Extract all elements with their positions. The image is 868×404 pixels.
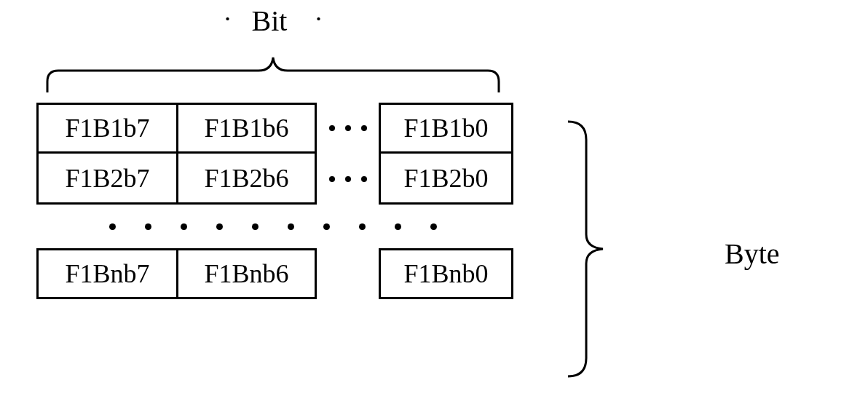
ellipsis-horizontal [317, 248, 379, 299]
ellipsis-horizontal [317, 154, 379, 205]
cell-r1c1: F1B1b7 [36, 103, 178, 154]
top-brace [40, 41, 506, 96]
cell-rNc2: F1Bnb6 [178, 248, 317, 299]
cell-r2c1: F1B2b7 [36, 154, 178, 205]
table-row: F1B2b7 F1B2b6 F1B2b0 [36, 154, 513, 205]
cell-rNc3: F1Bnb0 [379, 248, 513, 299]
ellipsis-horizontal [317, 103, 379, 154]
cell-r2c3: F1B2b0 [379, 154, 513, 205]
table-area: F1B1b7 F1B1b6 F1B1b0 F1B2b7 F1B2b6 F1B2b… [36, 103, 513, 299]
mid-dot-left: · [224, 4, 231, 34]
byte-label: Byte [725, 237, 780, 271]
bit-label: Bit [44, 4, 495, 38]
cell-r1c2: F1B1b6 [178, 103, 317, 154]
cell-r2c2: F1B2b6 [178, 154, 317, 205]
mid-dot-right: · [315, 4, 322, 34]
table-row: F1Bnb7 F1Bnb6 F1Bnb0 [36, 248, 513, 299]
diagram-container: · Bit · F1B1b7 F1B1b6 F1B1b0 F1B2b7 F1B2… [36, 4, 513, 299]
table-row: F1B1b7 F1B1b6 F1B1b0 [36, 103, 513, 154]
right-brace [561, 118, 634, 380]
ellipsis-vertical [36, 205, 502, 248]
cell-r1c3: F1B1b0 [379, 103, 513, 154]
bit-label-wrapper: · Bit · [36, 4, 513, 38]
cell-rNc1: F1Bnb7 [36, 248, 178, 299]
